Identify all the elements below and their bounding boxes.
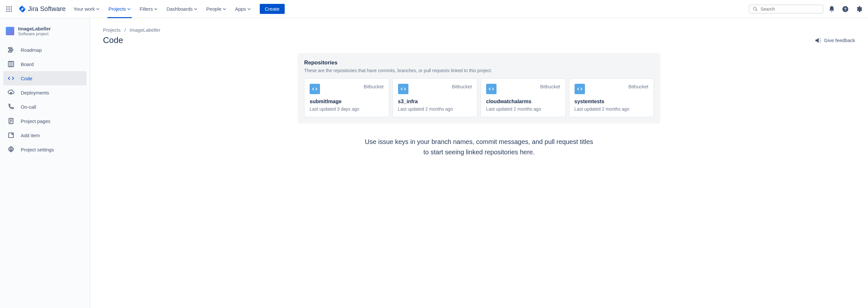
help-button[interactable]: ? — [840, 4, 850, 14]
page-title: Code — [103, 35, 123, 45]
gear-icon — [856, 5, 863, 12]
repo-card[interactable]: Bitbucket cloudwatchalarms Last updated … — [480, 78, 566, 117]
svg-rect-23 — [9, 133, 13, 138]
repo-card[interactable]: Bitbucket submitImage Last updated 3 day… — [304, 78, 389, 117]
search-box[interactable] — [749, 4, 823, 13]
repo-source: Bitbucket — [628, 84, 648, 89]
sidebar-item-label: Roadmap — [21, 47, 42, 53]
main-content: Projects / ImageLabeller Code Give feedb… — [90, 18, 868, 308]
svg-rect-13 — [8, 47, 12, 49]
sidebar-item-project-settings[interactable]: Project settings — [3, 142, 87, 157]
chevron-down-icon — [127, 7, 130, 11]
repo-updated: Last updated 2 months ago — [398, 106, 472, 112]
nav-label: Apps — [235, 6, 246, 12]
nav-projects[interactable]: Projects — [104, 0, 134, 18]
hint-line-1: Use issue keys in your branch names, com… — [346, 137, 612, 147]
breadcrumb-project-name[interactable]: ImageLabeller — [129, 27, 160, 33]
hint-line-2: to start seeing linked repositories here… — [346, 147, 612, 157]
roadmap-icon — [7, 46, 15, 54]
svg-rect-8 — [11, 11, 12, 12]
settings-icon — [7, 146, 15, 153]
repo-source: Bitbucket — [452, 84, 472, 89]
topnav-left: Jira Software Your work Projects Filters… — [4, 0, 285, 18]
svg-rect-5 — [11, 8, 12, 9]
repo-name: systemtests — [575, 99, 649, 104]
svg-rect-16 — [8, 62, 14, 67]
logo-text: Jira Software — [28, 5, 66, 12]
sidebar-item-label: Project pages — [21, 118, 51, 124]
board-icon — [7, 60, 15, 68]
repo-card[interactable]: Bitbucket systemtests Last updated 2 mon… — [569, 78, 654, 117]
layout: ImageLabeller Software project Roadmap B… — [0, 18, 868, 308]
sidebar-item-project-pages[interactable]: Project pages — [3, 114, 87, 128]
page-header: Code Give feedback — [103, 35, 855, 45]
give-feedback-button[interactable]: Give feedback — [815, 37, 855, 44]
code-icon — [7, 74, 15, 82]
breadcrumb: Projects / ImageLabeller — [103, 27, 855, 33]
repositories-description: These are the repositories that have com… — [304, 68, 654, 73]
svg-rect-7 — [8, 11, 9, 12]
repo-updated: Last updated 2 months ago — [575, 106, 649, 112]
svg-line-10 — [756, 10, 757, 11]
project-name: ImageLabeller — [18, 26, 51, 31]
svg-rect-0 — [6, 6, 7, 7]
svg-rect-4 — [8, 8, 9, 9]
code-icon — [575, 84, 585, 94]
sidebar-item-deployments[interactable]: Deployments — [3, 85, 87, 100]
nav-dashboards[interactable]: Dashboards — [163, 0, 201, 18]
nav-label: Your work — [73, 6, 95, 12]
nav-filters[interactable]: Filters — [136, 0, 161, 18]
svg-point-9 — [753, 7, 756, 10]
sidebar: ImageLabeller Software project Roadmap B… — [0, 18, 90, 308]
sidebar-item-label: Code — [21, 76, 32, 81]
help-icon: ? — [842, 5, 849, 12]
deployments-icon — [7, 89, 15, 96]
sidebar-item-oncall[interactable]: On-call — [3, 100, 87, 114]
repo-card[interactable]: Bitbucket s3_infra Last updated 2 months… — [393, 78, 478, 117]
code-icon — [310, 84, 320, 94]
svg-rect-15 — [8, 51, 12, 53]
chevron-down-icon — [154, 7, 157, 11]
breadcrumb-projects[interactable]: Projects — [103, 27, 121, 33]
nav-label: People — [206, 6, 221, 12]
chevron-down-icon — [223, 7, 226, 11]
sidebar-item-label: Board — [21, 62, 34, 67]
add-item-icon — [7, 131, 15, 139]
bell-icon — [828, 5, 835, 12]
search-input[interactable] — [761, 6, 819, 12]
project-avatar — [6, 27, 14, 35]
code-icon — [486, 84, 497, 94]
sidebar-item-roadmap[interactable]: Roadmap — [3, 43, 87, 57]
settings-button[interactable] — [854, 4, 864, 14]
code-icon — [398, 84, 408, 94]
sidebar-item-add-item[interactable]: Add item — [3, 128, 87, 142]
repo-updated: Last updated 3 days ago — [310, 106, 384, 112]
sidebar-item-board[interactable]: Board — [3, 57, 87, 71]
breadcrumb-separator: / — [124, 27, 126, 33]
sidebar-item-code[interactable]: Code — [3, 71, 87, 85]
pages-icon — [7, 117, 15, 125]
svg-rect-14 — [9, 49, 13, 50]
sidebar-item-label: Deployments — [21, 90, 49, 96]
svg-text:?: ? — [844, 6, 847, 11]
project-header[interactable]: ImageLabeller Software project — [3, 26, 87, 43]
notifications-button[interactable] — [827, 4, 837, 14]
app-switcher-button[interactable] — [4, 4, 14, 14]
nav-people[interactable]: People — [203, 0, 230, 18]
repo-updated: Last updated 2 months ago — [486, 106, 560, 112]
repo-name: submitImage — [310, 99, 384, 104]
nav-apps[interactable]: Apps — [231, 0, 254, 18]
create-button[interactable]: Create — [260, 4, 285, 14]
chevron-down-icon — [96, 7, 99, 11]
app-switcher-icon — [6, 6, 12, 12]
jira-logo[interactable]: Jira Software — [16, 5, 68, 13]
repositories-panel: Repositories These are the repositories … — [298, 53, 660, 124]
empty-state-hint: Use issue keys in your branch names, com… — [346, 137, 612, 157]
nav-label: Filters — [140, 6, 153, 12]
svg-rect-3 — [6, 8, 7, 9]
nav-label: Projects — [108, 6, 126, 12]
nav-your-work[interactable]: Your work — [70, 0, 103, 18]
repo-source: Bitbucket — [540, 84, 560, 89]
svg-rect-6 — [6, 11, 7, 12]
chevron-down-icon — [194, 7, 197, 11]
